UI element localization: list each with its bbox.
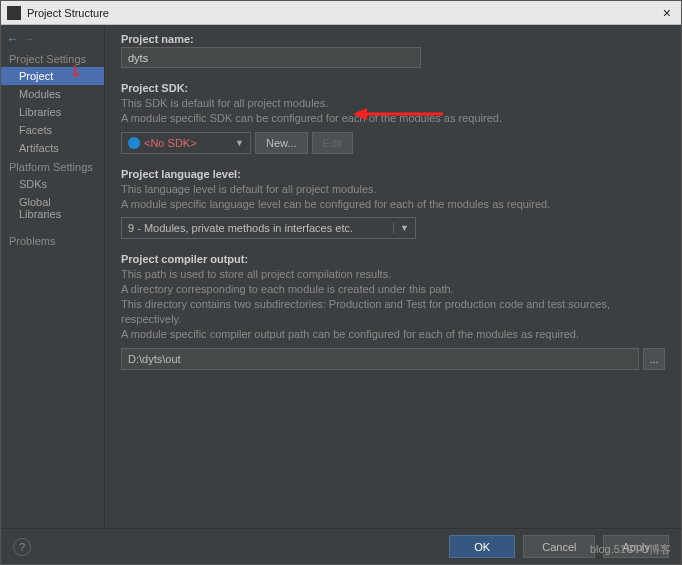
sidebar-item-global-libraries[interactable]: Global Libraries xyxy=(1,193,104,223)
output-desc4: A module specific compiler output path c… xyxy=(121,327,665,342)
sidebar-item-facets[interactable]: Facets xyxy=(1,121,104,139)
output-row: ... xyxy=(121,348,665,370)
cancel-button[interactable]: Cancel xyxy=(523,535,595,558)
project-name-label: Project name: xyxy=(121,33,665,45)
forward-icon[interactable]: → xyxy=(23,32,35,46)
lang-row: 9 - Modules, private methods in interfac… xyxy=(121,217,665,239)
footer: ? OK Cancel Apply xyxy=(1,528,681,564)
lang-desc1: This language level is default for all p… xyxy=(121,182,665,197)
project-sdk-section: Project SDK: This SDK is default for all… xyxy=(121,82,665,154)
sidebar-item-sdks[interactable]: SDKs xyxy=(1,175,104,193)
compiler-output-input[interactable] xyxy=(121,348,639,370)
sidebar-item-artifacts[interactable]: Artifacts xyxy=(1,139,104,157)
help-icon[interactable]: ? xyxy=(13,538,31,556)
language-level-dropdown[interactable]: 9 - Modules, private methods in interfac… xyxy=(121,217,416,239)
sidebar-item-libraries[interactable]: Libraries xyxy=(1,103,104,121)
project-name-section: Project name: xyxy=(121,33,665,68)
section-problems[interactable]: Problems xyxy=(1,231,104,249)
sidebar: ← → ↘ Project Settings Project Modules L… xyxy=(1,25,105,529)
language-level-label: Project language level: xyxy=(121,168,665,180)
sidebar-item-modules[interactable]: Modules xyxy=(1,85,104,103)
sdk-edit-button[interactable]: Edit xyxy=(312,132,353,154)
output-desc2: A directory corresponding to each module… xyxy=(121,282,665,297)
section-project-settings: Project Settings xyxy=(1,49,104,67)
app-icon xyxy=(7,6,21,20)
output-desc3: This directory contains two subdirectori… xyxy=(121,297,665,327)
compiler-output-label: Project compiler output: xyxy=(121,253,665,265)
section-platform-settings: Platform Settings xyxy=(1,157,104,175)
lang-desc2: A module specific language level can be … xyxy=(121,197,665,212)
sdk-dropdown[interactable]: <No SDK> ▼ xyxy=(121,132,251,154)
sidebar-toolstrip: ← → xyxy=(1,29,104,49)
project-name-input[interactable] xyxy=(121,47,421,68)
sdk-icon xyxy=(128,137,140,149)
titlebar: Project Structure × xyxy=(1,1,681,25)
ok-button[interactable]: OK xyxy=(449,535,515,558)
sdk-value: <No SDK> xyxy=(144,137,231,149)
language-level-value: 9 - Modules, private methods in interfac… xyxy=(128,222,353,234)
apply-button[interactable]: Apply xyxy=(603,535,669,558)
language-level-section: Project language level: This language le… xyxy=(121,168,665,240)
sdk-desc1: This SDK is default for all project modu… xyxy=(121,96,665,111)
chevron-down-icon: ▼ xyxy=(393,223,409,233)
window-title: Project Structure xyxy=(27,7,659,19)
project-sdk-label: Project SDK: xyxy=(121,82,665,94)
close-icon[interactable]: × xyxy=(659,5,675,21)
sdk-row: <No SDK> ▼ New... Edit xyxy=(121,132,665,154)
sidebar-item-project[interactable]: Project xyxy=(1,67,104,85)
sdk-desc2: A module specific SDK can be configured … xyxy=(121,111,665,126)
chevron-down-icon: ▼ xyxy=(235,138,244,148)
content: ← → ↘ Project Settings Project Modules L… xyxy=(1,25,681,529)
main-panel: Project name: Project SDK: This SDK is d… xyxy=(105,25,681,529)
browse-button[interactable]: ... xyxy=(643,348,665,370)
output-desc1: This path is used to store all project c… xyxy=(121,267,665,282)
compiler-output-section: Project compiler output: This path is us… xyxy=(121,253,665,369)
back-icon[interactable]: ← xyxy=(7,32,19,46)
sdk-new-button[interactable]: New... xyxy=(255,132,308,154)
